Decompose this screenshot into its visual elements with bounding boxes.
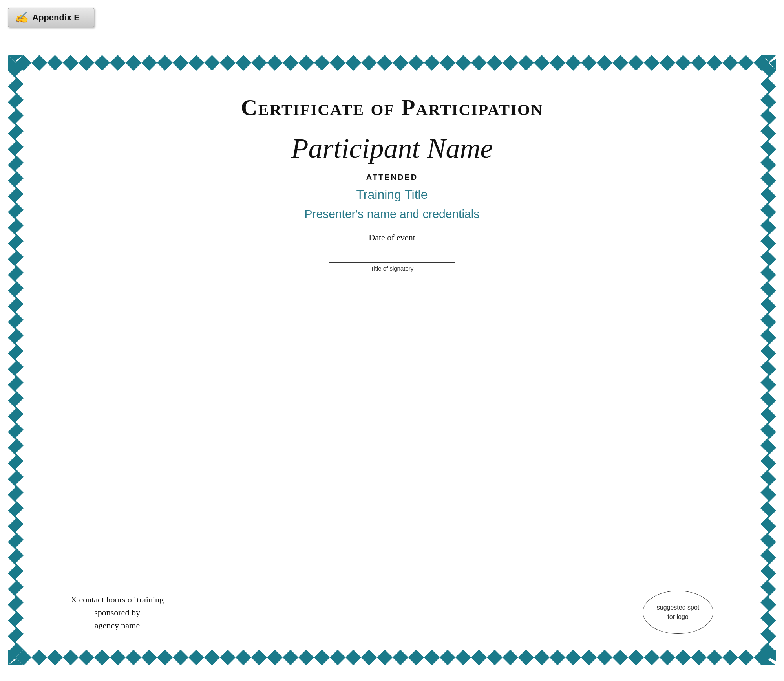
certificate-content: Certificate of Participation Participant… <box>24 71 760 650</box>
training-title: Training Title <box>356 187 428 202</box>
hand-icon: ✍ <box>15 12 28 23</box>
contact-hours: X contact hours of training sponsored by… <box>71 593 164 632</box>
appendix-tab: ✍ Appendix E <box>8 8 94 27</box>
contact-hours-line2: sponsored by <box>94 608 140 617</box>
participant-name: Participant Name <box>291 132 493 165</box>
signature-line <box>329 262 455 263</box>
contact-hours-line1: X contact hours of training <box>71 595 164 604</box>
certificate-title: Certificate of Participation <box>241 94 543 121</box>
bottom-section: X contact hours of training sponsored by… <box>55 591 729 634</box>
signature-label: Title of signatory <box>371 265 414 272</box>
appendix-label: Appendix E <box>32 13 80 23</box>
contact-hours-line3: agency name <box>95 621 140 630</box>
attended-label: ATTENDED <box>366 173 418 182</box>
presenter-name: Presenter's name and credentials <box>305 207 480 221</box>
signature-area: Title of signatory <box>329 262 455 272</box>
certificate-border: Certificate of Participation Participant… <box>8 55 776 665</box>
certificate-wrapper: Certificate of Participation Participant… <box>8 55 776 665</box>
logo-text-line2: for logo <box>667 613 688 620</box>
date-event: Date of event <box>369 232 415 243</box>
logo-oval: suggested spot for logo <box>643 591 713 634</box>
logo-oval-text: suggested spot for logo <box>657 603 700 622</box>
logo-text-line1: suggested spot <box>657 604 700 611</box>
